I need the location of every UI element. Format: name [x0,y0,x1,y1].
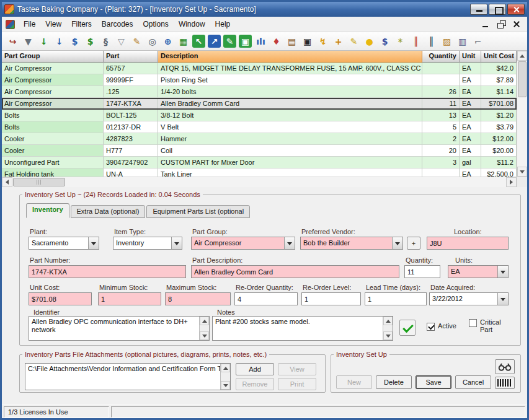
tools-icon[interactable]: + [332,35,345,48]
minimize-button[interactable] [470,4,487,15]
table-row[interactable]: Bolts 012137-DR V Belt 5 EA $3.79 [2,121,517,133]
scroll-down-button[interactable] [221,381,230,390]
part-group-select[interactable]: Air Compressor [191,237,295,250]
column-header-unit[interactable]: Unit [460,51,481,63]
export-cost-icon[interactable]: $ [68,35,81,48]
import-cost-icon[interactable]: $ [84,35,97,48]
menu-item[interactable]: Barcodes [97,18,138,30]
column-header-part[interactable]: Part [104,51,158,63]
minimum-stock-field[interactable] [98,292,161,305]
table-row[interactable]: Fat Holding tank UN-A Tank Liner EA $2,5… [2,168,517,177]
tab-inventory[interactable]: Inventory [26,203,69,218]
catalog-icon[interactable]: ▥ [456,35,469,48]
tab-extra-data[interactable]: Extra Data (optional) [71,205,146,218]
barcode-icon[interactable]: ║ [425,35,438,48]
table-row[interactable]: Air Compressor 99999FF Piston Ring Set E… [2,74,517,86]
next-record-icon[interactable]: ↗ [208,35,221,48]
edit-record-icon[interactable]: ✎ [223,35,236,48]
remove-attachment-button[interactable]: Remove [236,378,274,390]
item-type-select[interactable]: Inventory [113,237,182,250]
checkbox-box[interactable] [469,319,477,327]
notes-document-icon[interactable]: § [99,35,112,48]
menu-item[interactable]: Help [210,18,236,30]
filter-settings-icon[interactable]: ▼ [22,35,35,48]
scroll-down-button[interactable] [200,331,209,340]
delete-button[interactable]: Delete [376,375,412,389]
table-row[interactable]: Air Compressor 1747-KTXA Allen Bradley C… [2,98,517,110]
table-row[interactable]: Air Compressor 65757 ATQR 15, MIDGET TIM… [2,63,517,74]
table-row[interactable]: Unconfigured Part 39047247902 CUSTOM PAR… [2,157,517,168]
bar-chart-icon[interactable]: ılı [254,35,267,48]
chevron-down-icon[interactable] [497,266,508,278]
save-button[interactable]: Save [416,375,451,389]
clear-filter-icon[interactable]: ▽ [115,35,128,48]
scroll-up-button[interactable] [200,317,209,325]
monitor-icon[interactable]: ▣ [301,35,314,48]
barcode-label-icon[interactable]: ║ [409,35,422,48]
scroll-up-button[interactable] [517,51,527,61]
maximize-button[interactable] [489,4,506,15]
unit-cost-field[interactable] [29,292,92,305]
find-button[interactable] [495,359,515,374]
invoice-icon[interactable]: $ [378,35,391,48]
tab-equipment-parts[interactable]: Equipment Parts List (optional [146,205,250,218]
lamp-icon[interactable]: ● [363,35,376,48]
column-header-unit-cost[interactable]: Unit Cost [481,51,517,63]
plant-select[interactable]: Sacramento [29,237,99,250]
table-row[interactable]: Air Compressor .125 1/4-20 bolts 26 EA $… [2,86,517,98]
vertical-scroll-thumb[interactable] [518,61,527,97]
add-attachment-button[interactable]: Add [236,363,274,375]
chevron-down-icon[interactable] [497,293,508,305]
reorder-level-field[interactable] [301,292,361,305]
scroll-right-button[interactable] [506,177,517,187]
menu-item[interactable]: Filters [66,18,97,30]
scroll-up-button[interactable] [221,364,230,372]
scroll-left-button[interactable] [2,177,12,187]
chevron-down-icon[interactable] [171,237,182,249]
preferred-vendor-select[interactable]: Bob the Builder [300,237,403,250]
table-row[interactable]: Bolts BOLT-125 3/8-12 Bolt 13 EA $1.20 [2,110,517,121]
print-attachment-button[interactable]: Print [278,378,316,390]
column-header-quantity[interactable]: Quantity [422,51,460,63]
confirm-check-button[interactable] [399,320,416,336]
import-list-icon[interactable]: ↓ [53,35,66,48]
report-chart-icon[interactable]: ▨ [440,35,453,48]
table-row[interactable]: Cooler H777 Coil 20 EA $20.00 [2,145,517,157]
notes-field[interactable]: Plant #200 stocks same model. [212,316,393,341]
calendar-icon[interactable]: ▦ [177,35,190,48]
view-attachment-button[interactable]: View [278,363,316,375]
add-vendor-button[interactable]: + [407,237,420,250]
table-row[interactable]: Cooler 4287823 Hammer 2 EA $12.00 [2,133,517,145]
library-icon[interactable]: ▤ [285,35,298,48]
barcode-button[interactable] [495,377,515,389]
search-filter-icon[interactable]: ◎ [146,35,159,48]
chevron-down-icon[interactable] [284,237,295,249]
maximum-stock-field[interactable] [165,292,231,305]
active-checkbox[interactable]: Active [427,322,456,331]
horizontal-scroll-track[interactable] [66,177,506,187]
cancel-button[interactable]: Cancel [455,375,491,389]
close-button[interactable] [507,4,525,15]
edit-report-icon[interactable]: ✎ [130,35,143,48]
date-acquired-select[interactable]: 3/22/2012 [429,292,509,305]
lightning-icon[interactable]: ↯ [316,35,329,48]
vertical-scrollbar[interactable] [517,51,527,187]
column-header-description[interactable]: Description [158,51,422,63]
horizontal-scrollbar[interactable] [2,177,517,187]
scroll-up-button[interactable] [383,317,393,325]
menu-item[interactable]: Options [138,18,174,30]
first-record-icon[interactable]: ↖ [192,35,205,48]
vertical-scroll-track[interactable] [517,98,527,167]
child-minimize-button[interactable] [479,19,492,29]
maintenance-icon[interactable]: * [394,35,407,48]
part-number-field[interactable] [29,265,186,278]
part-description-field[interactable] [191,265,399,278]
import-parts-icon[interactable]: ↓ [37,35,50,48]
key-icon[interactable]: ⌐ [471,35,484,48]
lead-time-field[interactable] [365,292,427,305]
attachment-path-field[interactable]: C:\File Attachments\Vendor Information a… [25,363,231,390]
column-header-part-group[interactable]: Part Group [2,51,104,63]
horizontal-scroll-thumb[interactable] [13,178,65,186]
new-button[interactable]: New [336,375,372,389]
reorder-quantity-field[interactable] [234,292,298,305]
